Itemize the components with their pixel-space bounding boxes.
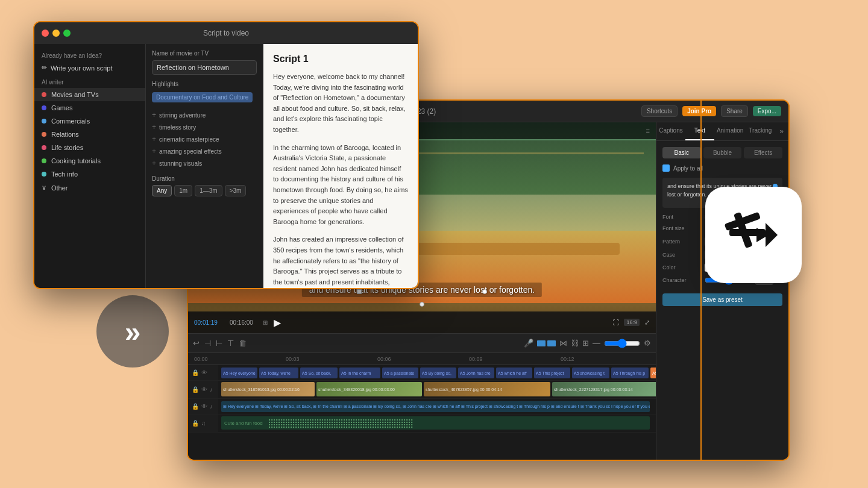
caption-clip-6: A5 By doing so,	[420, 368, 456, 378]
caption-clip-3: A5 So, sit back,	[300, 368, 338, 378]
sidebar-item-commercials[interactable]: Commercials	[34, 114, 145, 128]
ruler-12: 00:12	[559, 356, 651, 362]
ruler-03: 00:03	[285, 356, 376, 362]
minimize-button[interactable]	[52, 30, 60, 37]
duration-1-3m[interactable]: 1—3m	[195, 185, 222, 196]
sidebar-item-movies[interactable]: Movies and TVs	[34, 88, 145, 101]
track-clip-icon-2	[547, 340, 556, 346]
export-button[interactable]: Expo...	[753, 106, 781, 116]
join-pro-button[interactable]: Join Pro	[682, 106, 716, 116]
lock-icon-3[interactable]: 🔒	[192, 403, 199, 410]
ruler-06: 00:06	[376, 356, 468, 362]
secondary-caption-controls: 🔒 👁 ♪	[188, 399, 218, 414]
eye-icon[interactable]: 👁	[201, 369, 207, 376]
magnet-icon[interactable]: ⋈	[559, 339, 567, 348]
audio-icon-2[interactable]: ♪	[210, 403, 213, 410]
case-label: Case	[662, 252, 705, 258]
font-label: Font	[662, 214, 705, 220]
lock-icon-2[interactable]: 🔒	[192, 386, 199, 393]
write-own-script[interactable]: ✏ Write your own script	[34, 61, 145, 74]
zoom-out-icon[interactable]: —	[593, 339, 600, 348]
delete-icon[interactable]: 🗑	[239, 339, 247, 348]
timeline-ruler: 00:00 00:03 00:06 00:09 00:12	[188, 353, 656, 365]
video-track-row: 🔒 👁 ♪ shutterstock_316591013.jpg 00:00:0…	[188, 381, 656, 399]
timeline-tracks: 🔒 👁 A5 Hey everyone A5 Today, we're	[188, 365, 656, 460]
movie-name-input[interactable]	[152, 60, 257, 75]
style-tab-effects[interactable]: Effects	[744, 147, 782, 158]
audio-waveform: ⣿⣿⣿⣿⣿⣿⣿⣿⣿⣿⣿⣿⣿⣿⣿⣿⣿⣿⣿⣿⣿⣿⣿⣿⣿⣿⣿⣿⣿⣿	[268, 418, 647, 428]
audio-track-content: Cute and fun food ⣿⣿⣿⣿⣿⣿⣿⣿⣿⣿⣿⣿⣿⣿⣿⣿⣿⣿⣿⣿⣿⣿…	[218, 414, 656, 432]
frame-icon: ⊞	[263, 319, 268, 326]
caption-track-row: 🔒 👁 A5 Hey everyone A5 Today, we're	[188, 365, 656, 381]
tab-captions[interactable]: Captions	[656, 122, 685, 140]
fullscreen-icon[interactable]: ⛶	[612, 319, 619, 326]
right-panel-tabs: Captions Text Animation Tracking »	[656, 122, 788, 141]
script-content-panel: Script 1 Hey everyone, welcome back to m…	[263, 44, 418, 288]
eye-icon-2[interactable]: 👁	[201, 386, 207, 393]
sidebar-item-other[interactable]: ∨ Other	[34, 181, 145, 195]
ruler-09: 00:09	[468, 356, 559, 362]
style-tab-basic[interactable]: Basic	[662, 147, 701, 158]
undo-icon[interactable]: ↩	[193, 339, 200, 348]
apply-all-checkbox[interactable]	[662, 164, 670, 172]
duration-1m[interactable]: 1m	[174, 185, 192, 196]
sidebar-item-cooking[interactable]: Cooking tutorials	[34, 154, 145, 167]
zoom-slider[interactable]	[604, 339, 640, 348]
movies-dot	[42, 92, 46, 97]
mic-icon[interactable]: 🎤	[524, 339, 533, 348]
script-title: Script 1	[273, 54, 408, 64]
highlight-cinematic[interactable]: +cinematic masterpiece	[152, 133, 257, 145]
lock-icon[interactable]: 🔒	[192, 369, 199, 376]
current-time: 00:01:19	[194, 319, 218, 326]
duration-3m-plus[interactable]: >3m	[225, 185, 247, 196]
style-tabs: Basic Bubble Effects	[662, 147, 782, 158]
save-preset-button[interactable]: Save as preset	[662, 293, 782, 306]
sidebar-item-life-stories[interactable]: Life stories	[34, 141, 145, 154]
expand-panel-icon[interactable]: »	[775, 122, 788, 140]
audio-icon[interactable]: ♪	[210, 386, 213, 393]
settings-icon[interactable]: ⚙	[644, 339, 651, 348]
highlight-visuals[interactable]: +stunning visuals	[152, 157, 257, 169]
group-icon[interactable]: ⊞	[582, 339, 589, 348]
player-menu-icon: ≡	[646, 127, 650, 134]
close-button[interactable]	[42, 30, 49, 37]
ratio-badge: 16:9	[624, 319, 640, 326]
ai-writer-label: AI writer	[34, 74, 145, 88]
caption-clip-7: A5 John has cre	[458, 368, 494, 378]
audio-wave-icon[interactable]: ♫	[201, 420, 206, 427]
style-tab-bubble[interactable]: Bubble	[703, 147, 742, 158]
tab-text[interactable]: Text	[685, 122, 714, 140]
sidebar-item-relations[interactable]: Relations	[34, 128, 145, 141]
maximize-button[interactable]	[63, 30, 71, 37]
expand-icon[interactable]: ⤢	[644, 319, 650, 327]
pattern-label: Pattern	[662, 239, 705, 245]
split-icon-2[interactable]: ⊢	[216, 339, 222, 348]
apply-all-label: Apply to all	[673, 165, 703, 172]
audio-track-row: 🔒 ♫ Cute and fun food ⣿⣿⣿⣿⣿⣿⣿⣿⣿⣿⣿⣿⣿⣿⣿⣿⣿⣿…	[188, 414, 656, 433]
eye-icon-3[interactable]: 👁	[201, 403, 207, 410]
share-button[interactable]: Share	[721, 105, 748, 117]
split-icon-3[interactable]: ⊤	[227, 339, 234, 348]
split-icon[interactable]: ⊣	[204, 339, 211, 348]
link-icon[interactable]: ⛓	[571, 339, 579, 348]
caption-clip-2: A5 Today, we're	[259, 368, 298, 378]
highlight-timeless[interactable]: +timeless story	[152, 121, 257, 133]
tab-animation[interactable]: Animation	[714, 122, 746, 140]
anchor-bottom	[420, 302, 424, 307]
character-label: Character	[662, 277, 705, 283]
sidebar-item-tech[interactable]: Tech info	[34, 167, 145, 181]
ruler-00: 00:00	[193, 356, 285, 362]
play-button[interactable]: ▶	[274, 317, 281, 328]
video-clip-2: shutterstock_348320018.jpg 00:00:03:00	[316, 382, 422, 396]
highlight-special-effects[interactable]: +amazing special effects	[152, 145, 257, 157]
video-track-controls: 🔒 👁 ♪	[188, 381, 218, 398]
sidebar-item-games[interactable]: Games	[34, 101, 145, 114]
tab-tracking[interactable]: Tracking	[746, 122, 775, 140]
duration-any[interactable]: Any	[152, 185, 172, 196]
total-time: 00:16:00	[230, 319, 253, 326]
caption-clip-10: A5 showcasing t	[572, 368, 609, 378]
highlight-tag: Documentary on Food and Culture	[152, 92, 253, 102]
highlight-stirring[interactable]: +stirring adventure	[152, 109, 257, 121]
shortcuts-button[interactable]: Shortcuts	[641, 105, 678, 117]
lock-icon-4[interactable]: 🔒	[192, 420, 199, 427]
